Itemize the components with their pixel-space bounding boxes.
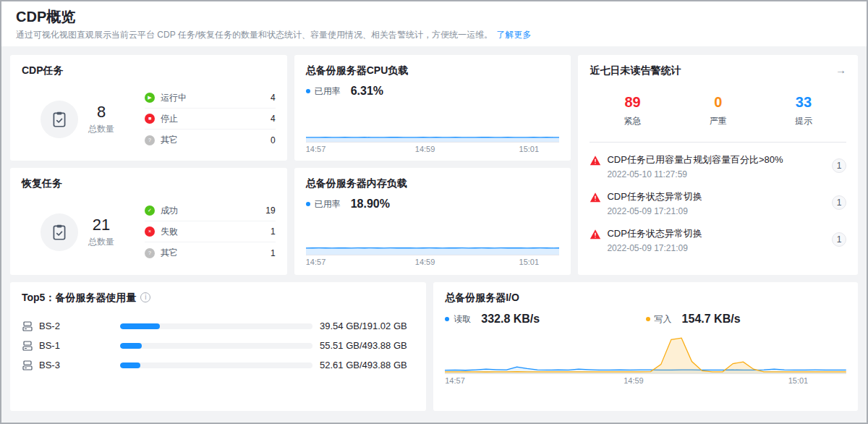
severe-label: 严重 [676, 115, 761, 127]
alerts-card: 近七日未读告警统计 → 89 紧急 0 严重 33 提示 [578, 55, 858, 275]
memory-load-chart [306, 219, 560, 255]
status-value: 0 [271, 135, 276, 145]
x-tick: 14:57 [306, 145, 326, 153]
alert-time: 2022-05-09 17:21:09 [607, 243, 832, 253]
alerts-title: 近七日未读告警统计 [590, 64, 681, 76]
alert-texts: CDP任务已用容量占规划容量百分比>80% 2022-05-10 11:27:5… [607, 154, 832, 179]
stopped-status-icon: ■ [145, 114, 155, 124]
cdp-tasks-body: 8 总数量 ▶ 运行中 4 ■ 停止 4 [22, 88, 276, 150]
server-name: BS-3 [22, 360, 120, 371]
recovery-tasks-card: 恢复任务 21 总数量 [10, 168, 287, 275]
critical-label: 紧急 [590, 115, 675, 127]
page-subtitle: 通过可视化视图直观展示当前云平台 CDP 任务/恢复任务的数量和状态统计、容量使… [16, 29, 852, 41]
status-label: 其它 [161, 247, 271, 259]
alert-stats: 89 紧急 0 严重 33 提示 [590, 93, 846, 127]
memory-usage-value: 18.90% [351, 198, 390, 211]
alert-count-badge: 1 [832, 195, 846, 210]
cdp-total-label: 总数量 [88, 123, 114, 135]
memory-chart-ticks: 14:57 14:59 15:01 [306, 258, 560, 268]
server-name: BS-2 [22, 321, 120, 332]
bottom-grid: Top5：备份服务器使用量 i BS-2 39.54 GB/191.02 GB [10, 282, 858, 411]
read-value: 332.8 KB/s [481, 313, 540, 326]
info-label: 提示 [761, 115, 846, 127]
io-legend: 读取 332.8 KB/s 写入 154.7 KB/s [445, 310, 846, 328]
alert-stat-critical: 89 紧急 [590, 93, 675, 127]
alert-time: 2022-05-10 11:27:59 [607, 169, 832, 179]
memory-load-title: 总备份服务器内存负载 [306, 177, 560, 189]
x-tick: 15:01 [788, 376, 809, 385]
critical-count: 89 [590, 93, 675, 111]
write-value: 154.7 KB/s [682, 313, 741, 326]
usage-legend-dot [306, 89, 310, 93]
status-label: 其它 [161, 134, 271, 146]
x-tick: 14:57 [306, 258, 326, 266]
top5-title: Top5：备份服务器使用量 [22, 292, 136, 303]
warning-icon [590, 155, 601, 169]
io-chart-ticks: 14:57 14:59 15:01 [445, 376, 846, 387]
usage-bar-fill [120, 343, 142, 349]
x-tick: 14:59 [624, 376, 644, 385]
read-legend-label: 读取 [454, 313, 471, 326]
dashboard-content: CDP任务 8 总数量 [1, 46, 867, 420]
recovery-status-list: ✓ 成功 19 × 失败 1 ? 其它 1 [145, 200, 276, 263]
divider [590, 142, 846, 143]
other-status-icon: ? [145, 248, 155, 258]
usage-legend-dot [306, 202, 310, 206]
server-name: BS-1 [22, 340, 120, 352]
status-value: 1 [271, 248, 276, 258]
success-status-icon: ✓ [145, 205, 155, 216]
cpu-usage-value: 6.31% [351, 85, 383, 98]
info-icon[interactable]: i [140, 292, 150, 302]
cdp-status-list: ▶ 运行中 4 ■ 停止 4 ? 其它 0 [145, 88, 276, 150]
io-card: 总备份服务器I/O 读取 332.8 KB/s 写入 154.7 KB/s 14… [433, 282, 858, 411]
write-legend-label: 写入 [655, 313, 672, 326]
info-count: 33 [761, 93, 846, 111]
usage-bar-fill [120, 323, 160, 329]
write-legend: 写入 154.7 KB/s [646, 313, 846, 326]
alert-texts: CDP任务状态异常切换 2022-05-09 17:21:09 [607, 191, 832, 216]
page-title: CDP概览 [16, 7, 852, 26]
alert-title: CDP任务已用容量占规划容量百分比>80% [607, 154, 832, 166]
x-tick: 14:57 [445, 376, 465, 385]
alert-item[interactable]: CDP任务已用容量占规划容量百分比>80% 2022-05-10 11:27:5… [590, 148, 846, 185]
x-tick: 14:59 [415, 258, 435, 266]
alert-title: CDP任务状态异常切换 [607, 191, 832, 203]
recovery-tasks-summary: 21 总数量 [41, 213, 114, 251]
usage-legend-label: 已用率 [315, 198, 341, 211]
server-usage-row: BS-2 39.54 GB/191.02 GB [22, 316, 414, 336]
arrow-right-icon[interactable]: → [835, 64, 846, 76]
server-icon [22, 360, 33, 371]
cdp-status-row-other: ? 其它 0 [145, 130, 276, 150]
read-legend: 读取 332.8 KB/s [445, 313, 645, 326]
read-legend-dot [445, 317, 449, 321]
alert-item[interactable]: CDP任务状态异常切换 2022-05-09 17:21:09 1 [590, 185, 846, 222]
page-header: CDP概览 通过可视化视图直观展示当前云平台 CDP 任务/恢复任务的数量和状态… [1, 1, 867, 46]
alert-count-badge: 1 [832, 232, 846, 247]
cdp-status-row-stopped: ■ 停止 4 [145, 109, 276, 130]
usage-legend-label: 已用率 [315, 85, 341, 98]
recovery-total-count: 21 [88, 216, 114, 234]
status-value: 1 [271, 226, 276, 237]
usage-bar-track [120, 323, 312, 329]
other-status-icon: ? [145, 135, 155, 145]
learn-more-link[interactable]: 了解更多 [496, 30, 531, 40]
server-usage-row: BS-3 52.61 GB/493.88 GB [22, 355, 414, 375]
cpu-chart-ticks: 14:57 14:59 15:01 [306, 145, 560, 156]
clipboard-task-icon [41, 213, 78, 251]
alert-item[interactable]: CDP任务状态异常切换 2022-05-09 17:21:09 1 [590, 222, 846, 259]
cdp-tasks-title: CDP任务 [22, 64, 276, 76]
alert-stat-severe: 0 严重 [676, 93, 761, 127]
memory-legend: 已用率 18.90% [306, 196, 560, 212]
server-usage-row: BS-1 55.51 GB/493.88 GB [22, 336, 414, 355]
top5-rows: BS-2 39.54 GB/191.02 GB BS-1 [22, 316, 414, 375]
cdp-total-count: 8 [88, 103, 114, 122]
usage-text: 39.54 GB/191.02 GB [320, 321, 407, 331]
status-value: 19 [265, 205, 275, 216]
alert-texts: CDP任务状态异常切换 2022-05-09 17:21:09 [607, 228, 832, 253]
usage-bar-track [120, 362, 312, 368]
warning-icon [590, 192, 601, 206]
failed-status-icon: × [145, 226, 155, 237]
status-value: 4 [271, 93, 276, 103]
running-status-icon: ▶ [145, 93, 155, 103]
clipboard-task-icon [41, 101, 78, 138]
